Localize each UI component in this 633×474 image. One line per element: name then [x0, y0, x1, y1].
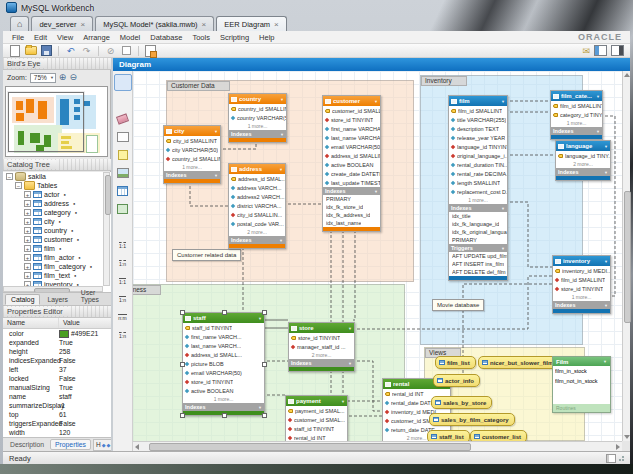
more-columns[interactable]: 1 more... [551, 119, 602, 127]
collapse-arrow-icon[interactable]: ▼ [604, 259, 608, 264]
rel-1n-existing[interactable]: 1:n [114, 326, 132, 343]
expand-icon[interactable]: + [24, 236, 31, 243]
section-item[interactable]: AFT DELETE del_film [449, 268, 507, 276]
view-sales_by_store[interactable]: sales_by_store [431, 396, 492, 409]
er-table-payment[interactable]: payment▼payment_id SMAL...customer_id SM… [285, 395, 348, 441]
tree-item-category[interactable]: +category● [3, 208, 111, 217]
rel-1n-identifying[interactable]: 1:n [114, 290, 132, 307]
rel-11-non-identifying[interactable]: 1:1 [114, 236, 132, 253]
er-column[interactable]: rental_duration TIN... [449, 160, 507, 169]
diagram-note[interactable]: Movie database [432, 299, 484, 311]
er-column[interactable]: city VARCHAR(50) [164, 145, 220, 154]
section-item[interactable]: idx_last_name [323, 219, 380, 227]
tab-user-types[interactable]: User Types [75, 287, 111, 305]
collapse-icon[interactable]: − [6, 173, 13, 180]
no-tool-button[interactable]: ⊘ [104, 45, 117, 56]
tab-layers[interactable]: Layers [41, 294, 73, 305]
section-indexes[interactable]: Indexes▼ [323, 187, 380, 195]
collapse-arrow-icon[interactable]: ▼ [603, 359, 607, 364]
rel-1n-non-identifying[interactable]: 1:n [114, 254, 132, 271]
routine-film_not_in_stock[interactable]: film_not_in_stock [553, 376, 610, 386]
close-icon[interactable]: × [81, 20, 86, 29]
collapse-arrow-icon[interactable]: ▼ [279, 167, 283, 172]
er-table-header[interactable]: address▼ [229, 164, 285, 174]
routine-group-header[interactable]: Film ▼ [553, 357, 610, 366]
section-item[interactable]: AFT INSERT ins_film [449, 260, 507, 268]
er-column[interactable]: language_id TINYINT [449, 142, 507, 151]
view-actor_info[interactable]: actor_info [433, 374, 480, 387]
menu-help[interactable]: Help [254, 33, 279, 42]
property-row-locked[interactable]: lockedFalse [3, 374, 111, 383]
collapse-arrow-icon[interactable]: ▼ [348, 361, 352, 366]
close-icon[interactable]: × [202, 20, 207, 29]
er-table-header[interactable]: city▼ [164, 126, 220, 136]
collapse-arrow-icon[interactable]: ▼ [279, 238, 283, 243]
er-table-header[interactable]: payment▼ [286, 396, 347, 406]
property-row-manualSizing[interactable]: manualSizingTrue [3, 383, 111, 392]
er-column[interactable]: release_year YEAR [449, 133, 507, 142]
er-column[interactable]: city_id SMALLIN... [229, 210, 285, 219]
property-row-summarizeDisplay[interactable]: summarizeDisplay-1 [3, 401, 111, 410]
er-column[interactable]: last_name VARCHA... [323, 133, 380, 142]
er-table-header[interactable]: inventory▼ [553, 256, 610, 266]
collapse-arrow-icon[interactable]: ▼ [214, 173, 218, 178]
section-indexes[interactable]: Indexes▼ [164, 171, 220, 179]
er-column[interactable]: staff_id TINYINT [183, 323, 264, 332]
note-tool[interactable] [114, 146, 132, 163]
redo-button[interactable]: ↷ [80, 45, 93, 56]
collapse-arrow-icon[interactable]: ▼ [596, 129, 600, 134]
minimap-viewport[interactable] [8, 92, 84, 152]
collapse-arrow-icon[interactable]: ▼ [374, 189, 378, 194]
tree-item-film_text[interactable]: +film_text● [3, 271, 111, 280]
selection-handle[interactable] [180, 362, 185, 367]
routine-group-tool[interactable] [114, 218, 132, 235]
routine-group-film[interactable]: Film ▼ film_in_stockfilm_not_in_stock Ro… [552, 356, 611, 413]
er-column[interactable]: store_id TINYINT [323, 115, 380, 124]
er-column[interactable]: store_id TINYINT [553, 284, 610, 293]
collapse-arrow-icon[interactable]: ▼ [280, 97, 284, 102]
selection-handle[interactable] [222, 413, 227, 418]
open-model-button[interactable] [24, 45, 37, 56]
selection-handle[interactable] [180, 413, 185, 418]
collapse-arrow-icon[interactable]: ▼ [501, 246, 505, 251]
more-columns[interactable]: 1 more... [183, 395, 264, 403]
er-table-header[interactable]: store▼ [289, 323, 354, 333]
toggle-right-panel-button[interactable] [611, 45, 624, 56]
mail-icon[interactable]: ✉ [582, 46, 590, 56]
tree-item-actor[interactable]: +actor● [3, 190, 111, 199]
scroll-down-icon[interactable] [624, 435, 630, 439]
menu-scripting[interactable]: Scripting [215, 33, 254, 42]
er-column[interactable]: language_id TINY... [556, 151, 610, 160]
scroll-left-icon[interactable] [135, 444, 139, 450]
er-column[interactable]: replacement_cost D... [449, 187, 507, 196]
more-columns[interactable]: 1 more... [553, 293, 610, 301]
er-column[interactable]: first_name VARCH... [183, 332, 264, 341]
section-item[interactable]: idx_fk_address_id [323, 211, 380, 219]
er-column[interactable]: city_id SMALLINT [164, 136, 220, 145]
view-sales_by_film_category[interactable]: sales_by_film_category [429, 413, 515, 426]
property-row-height[interactable]: height258 [3, 347, 111, 356]
section-indexes[interactable]: Indexes▼ [229, 130, 286, 138]
collapse-arrow-icon[interactable]: ▼ [341, 399, 345, 404]
selection-handle[interactable] [262, 310, 267, 315]
section-indexes[interactable]: Indexes▼ [449, 204, 507, 212]
property-row-color[interactable]: color#499E21 [3, 329, 111, 338]
property-row-expanded[interactable]: expandedTrue [3, 338, 111, 347]
er-column[interactable]: active BOOLEAN [183, 386, 264, 395]
layer-tool[interactable] [114, 128, 132, 145]
er-column[interactable]: active BOOLEAN [323, 160, 380, 169]
collapse-arrow-icon[interactable]: ▼ [280, 132, 284, 137]
er-column[interactable]: original_language_i... [449, 151, 507, 160]
tab-properties[interactable]: Properties [50, 439, 91, 450]
expand-icon[interactable]: + [24, 218, 31, 225]
er-column[interactable]: rental_id INT [286, 433, 347, 441]
tree-item-film[interactable]: +film● [3, 244, 111, 253]
canvas-vertical-scrollbar[interactable] [622, 71, 630, 441]
section-indexes[interactable]: Indexes▼ [553, 301, 610, 309]
collapse-arrow-icon[interactable]: ▼ [374, 99, 378, 104]
expand-icon[interactable]: + [24, 263, 31, 270]
canvas-horizontal-scrollbar[interactable] [133, 441, 622, 451]
collapse-icon[interactable]: − [15, 182, 22, 189]
er-table-header[interactable]: language▼ [556, 141, 610, 151]
er-column[interactable]: country_id SMALLINT [229, 104, 286, 113]
